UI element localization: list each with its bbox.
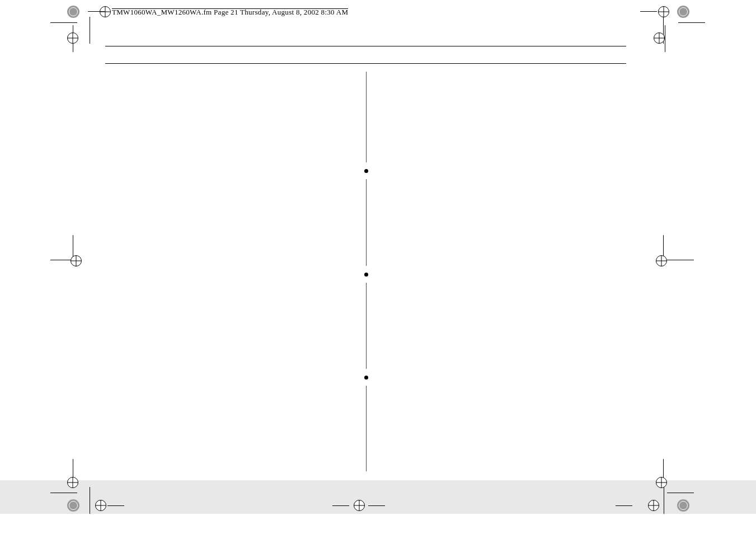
registration-target-icon [67, 477, 78, 488]
registration-solid-icon [67, 499, 79, 512]
registration-target-icon [648, 500, 659, 511]
crop-mark [88, 11, 105, 12]
registration-solid-icon [67, 6, 79, 18]
document-header-text: TMW1060WA_MW1260WA.fm Page 21 Thursday, … [112, 8, 348, 17]
bottom-band [0, 480, 756, 514]
bullet-icon [364, 273, 368, 277]
crop-mark [107, 505, 124, 506]
horizontal-rule [105, 63, 626, 64]
registration-solid-icon [677, 6, 689, 18]
crop-mark [90, 17, 90, 44]
crop-mark [665, 25, 665, 52]
registration-target-icon [658, 6, 669, 17]
crop-mark [664, 487, 664, 514]
registration-target-icon [656, 255, 667, 266]
crop-mark [640, 11, 657, 12]
crop-mark [332, 505, 349, 506]
bullet-icon [364, 169, 368, 173]
crop-mark [667, 493, 694, 493]
crop-mark [667, 260, 694, 260]
registration-target-icon [654, 32, 665, 44]
bullet-icon [364, 376, 368, 380]
registration-solid-icon [677, 499, 689, 512]
registration-target-icon [354, 500, 365, 511]
registration-target-icon [100, 6, 111, 17]
registration-target-icon [71, 255, 82, 266]
header-filename-date: TMW1060WA_MW1260WA.fm Page 21 Thursday, … [112, 8, 348, 16]
document-page: TMW1060WA_MW1260WA.fm Page 21 Thursday, … [0, 0, 756, 534]
crop-mark [50, 493, 77, 493]
crop-mark [616, 505, 632, 506]
crop-mark [368, 505, 385, 506]
horizontal-rule [105, 46, 626, 46]
crop-mark [90, 487, 90, 514]
registration-target-icon [67, 32, 78, 44]
crop-mark [50, 22, 77, 23]
crop-mark [678, 22, 705, 23]
registration-target-icon [656, 477, 667, 488]
registration-target-icon [95, 500, 106, 511]
